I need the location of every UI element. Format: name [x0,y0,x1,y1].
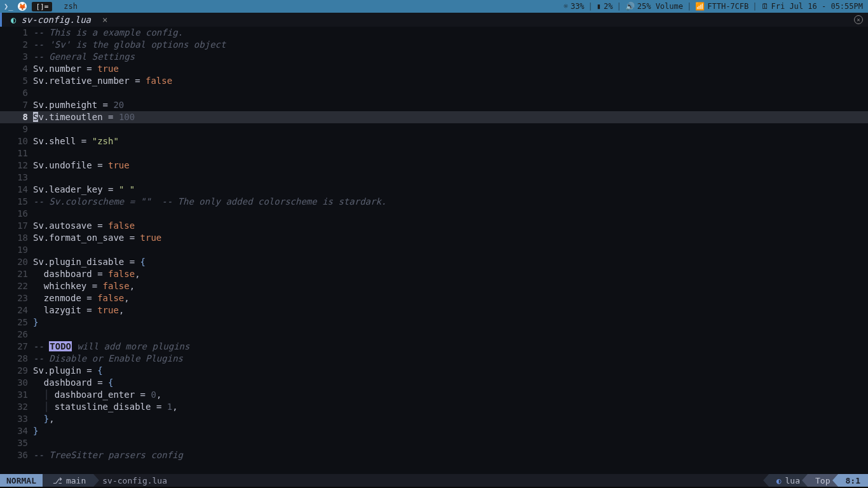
filetype-text: lua [785,476,800,485]
code-line[interactable]: 7Sv.pumheight = 20 [0,99,868,111]
datetime-value: Fri Jul 16 - 05:55PM [771,2,864,11]
code-content: Sv.relative_number = false [33,75,172,87]
code-line[interactable]: 34} [0,425,868,437]
code-line[interactable]: 6 [0,87,868,99]
mode-indicator: NORMAL [0,474,43,487]
line-number: 16 [0,208,33,220]
workspace-indicator[interactable]: []= [32,2,52,11]
code-line[interactable]: 4Sv.number = true [0,63,868,75]
lua-file-icon: ◐ [11,15,16,25]
code-content: whichkey = false, [33,280,135,292]
code-line[interactable]: 28-- Disable or Enable Plugins [0,353,868,365]
terminal-icon: ❯_ [4,2,13,11]
tabline-close-all-icon[interactable]: ✕ [854,15,863,24]
line-number: 34 [0,425,33,437]
code-line[interactable]: 16 [0,208,868,220]
line-number: 32 [0,401,33,413]
code-content: Sv.format_on_save = true [33,232,161,244]
line-number: 12 [0,159,33,172]
code-content: Sv.pumheight = 20 [33,99,124,111]
code-content: Sv.undofile = true [33,159,130,172]
code-line[interactable]: 27-- TODO will add more plugins [0,341,868,353]
code-line[interactable]: 21 dashboard = false, [0,268,868,280]
editor-viewport[interactable]: 1-- This is a example config.2-- 'Sv' is… [0,27,868,474]
code-line[interactable]: 18Sv.format_on_save = true [0,232,868,244]
tab-close-icon[interactable]: × [102,15,107,25]
line-number: 22 [0,280,33,292]
code-line[interactable]: 36-- TreeSitter parsers config [0,449,868,461]
code-line[interactable]: 8Sv.timeoutlen = 100 [0,111,868,123]
code-line[interactable]: 35 [0,437,868,449]
code-line[interactable]: 20Sv.plugin_disable = { [0,256,868,268]
line-number: 11 [0,147,33,159]
line-number: 10 [0,135,33,147]
code-content: Sv.shell = "zsh" [33,135,119,147]
line-number: 29 [0,365,33,377]
clock-widget[interactable]: 🗓 Fri Jul 16 - 05:55PM [761,2,864,11]
line-number: 18 [0,232,33,244]
system-topbar: ❯_ 🦊 []= zsh ☼ 33% | ▮ 2% | 🔊 25% Volume… [0,0,868,13]
code-line[interactable]: 13 [0,172,868,184]
code-content: } [33,316,38,329]
battery-widget[interactable]: ▮ 2% [597,2,613,11]
code-line[interactable]: 22 whichkey = false, [0,280,868,292]
code-content: Sv.leader_key = " " [33,184,135,196]
code-content: -- TODO will add more plugins [33,341,189,353]
code-content: -- Disable or Enable Plugins [33,353,183,365]
battery-value: 2% [604,2,613,11]
code-line[interactable]: 9 [0,123,868,135]
code-line[interactable]: 15-- Sv.colorscheme = "" -- The only add… [0,196,868,208]
tab-active[interactable]: ◐ sv-config.lua × [6,15,112,25]
code-line[interactable]: 30 dashboard = { [0,377,868,389]
line-number: 24 [0,304,33,316]
code-line[interactable]: 3-- General Settings [0,51,868,63]
code-line[interactable]: 5Sv.relative_number = false [0,75,868,87]
code-line[interactable]: 29Sv.plugin = { [0,365,868,377]
code-line[interactable]: 19 [0,244,868,256]
code-line[interactable]: 14Sv.leader_key = " " [0,184,868,196]
line-number: 4 [0,63,33,75]
line-number: 3 [0,51,33,63]
code-content: }, [33,413,55,425]
code-line[interactable]: 2-- 'Sv' is the global options object [0,39,868,51]
code-content: Sv.autosave = false [33,220,135,232]
brightness-widget[interactable]: ☼ 33% [564,2,585,11]
code-line[interactable]: 33 }, [0,413,868,425]
code-line[interactable]: 23 zenmode = false, [0,292,868,304]
code-content: dashboard = false, [33,268,140,280]
git-branch: ⎇ main [43,474,93,487]
firefox-icon[interactable]: 🦊 [18,2,27,11]
code-line[interactable]: 24 lazygit = true, [0,304,868,316]
line-number: 6 [0,87,33,99]
code-line[interactable]: 1-- This is a example config. [0,27,868,39]
branch-icon: ⎇ [53,476,62,485]
code-line[interactable]: 25} [0,316,868,329]
lua-icon: ◐ [776,476,782,485]
code-line[interactable]: 31 │ dashboard_enter = 0, [0,389,868,401]
cursor-position: 8:1 [838,474,868,487]
statusline-filename: sv-config.lua [93,476,176,485]
line-number: 33 [0,413,33,425]
code-content: Sv.number = true [33,63,119,75]
volume-widget[interactable]: 🔊 25% Volume [625,2,683,11]
code-line[interactable]: 10Sv.shell = "zsh" [0,135,868,147]
line-number: 30 [0,377,33,389]
line-number: 1 [0,27,33,39]
line-number: 2 [0,39,33,51]
code-content: Sv.timeoutlen = 100 [33,111,135,123]
code-line[interactable]: 12Sv.undofile = true [0,159,868,172]
tab-filename: sv-config.lua [21,15,91,25]
code-line[interactable]: 17Sv.autosave = false [0,220,868,232]
code-content: Sv.plugin = { [33,365,103,377]
line-number: 26 [0,329,33,341]
line-number: 36 [0,449,33,461]
wifi-widget[interactable]: 📶 FTTH-7CFB [695,2,749,11]
line-number: 25 [0,316,33,329]
code-content: dashboard = { [33,377,113,389]
code-line[interactable]: 32 │ statusline_disable = 1, [0,401,868,413]
code-content: -- TreeSitter parsers config [33,449,183,461]
code-content: │ dashboard_enter = 0, [33,389,161,401]
code-line[interactable]: 26 [0,329,868,341]
code-content: -- This is a example config. [33,27,183,39]
code-line[interactable]: 11 [0,147,868,159]
